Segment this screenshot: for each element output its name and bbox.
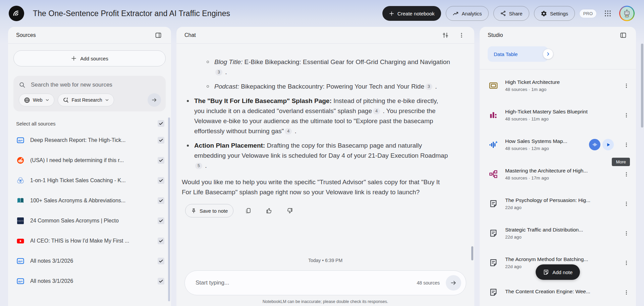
kebab-menu-icon[interactable] [621, 139, 632, 150]
app-header: The One-Sentence Profit Extractor and AI… [0, 0, 644, 27]
source-checkbox[interactable] [158, 217, 164, 224]
citation-chip[interactable]: 3 [215, 69, 222, 75]
bar-chart-icon [488, 111, 498, 119]
notebook-title[interactable]: The One-Sentence Profit Extractor and AI… [33, 9, 230, 18]
send-button[interactable] [446, 275, 461, 291]
fast-research-icon [63, 97, 69, 103]
search-input[interactable] [30, 81, 161, 89]
studio-carousel: Data Table [480, 46, 636, 66]
kebab-menu-icon[interactable] [621, 168, 632, 180]
chat-input[interactable] [195, 279, 417, 287]
thumbs-down-icon[interactable] [284, 205, 296, 217]
arrow-right-icon [151, 97, 157, 103]
data-table-chip[interactable]: Data Table [488, 46, 548, 62]
send-arrow-icon [450, 279, 457, 286]
save-to-note-button[interactable]: Save to note [185, 204, 233, 217]
source-checkbox[interactable] [158, 258, 164, 264]
scrollbar-thumb[interactable] [168, 117, 170, 301]
select-all-checkbox[interactable] [158, 120, 164, 127]
chat-panel: Chat Blog Title: E-Bike Bikepacking: Ess… [176, 27, 474, 306]
kebab-menu-icon[interactable] [621, 198, 632, 209]
source-row[interactable]: m+ All notes 3/1/2026 [8, 251, 171, 271]
gear-icon [541, 10, 547, 17]
notebooklm-doc-icon: m+ [16, 136, 25, 144]
interactive-audio-button[interactable] [589, 139, 600, 150]
source-row[interactable]: (USA) I need help determining if this r.… [8, 150, 171, 170]
chat-bullet: The "Buy It For Life Basecamp" Splash Pa… [186, 96, 450, 136]
kebab-menu-icon[interactable] [621, 257, 632, 268]
scrollbar-thumb[interactable] [471, 246, 473, 260]
analytics-button[interactable]: Analytics [446, 6, 489, 21]
svg-text:PLECTO: PLECTO [17, 220, 23, 222]
web-filter-chip[interactable]: Web [19, 94, 54, 106]
share-button[interactable]: Share [493, 6, 529, 21]
svg-text:m+: m+ [18, 139, 22, 142]
studio-item[interactable]: The Content Creation Engine: Wee... [480, 277, 636, 306]
thumbs-up-icon[interactable] [263, 205, 275, 217]
studio-item[interactable]: The Psychology of Persuasion: Hig... 22d… [480, 189, 636, 218]
kebab-menu-icon[interactable] [621, 227, 632, 239]
plus-icon [71, 55, 77, 61]
web-search-card: Web Fast Research [13, 76, 166, 111]
share-icon [500, 10, 506, 16]
submit-search-button[interactable] [148, 93, 161, 107]
source-row[interactable]: 100+ Sales Acronyms & Abbreviations... [8, 191, 171, 211]
reddit-icon [16, 156, 25, 164]
citation-chip[interactable]: 4 [373, 108, 380, 114]
studio-item[interactable]: High-Ticket Mastery Sales Blueprint 48 s… [480, 100, 636, 130]
citation-chip[interactable]: 4 [285, 128, 292, 135]
studio-item[interactable]: How Sales Systems Map... 48 sources · 12… [480, 130, 636, 159]
source-checkbox[interactable] [158, 278, 164, 285]
apps-grid-icon[interactable] [601, 7, 614, 20]
settings-button[interactable]: Settings [534, 6, 575, 21]
source-row[interactable]: m+ All notes 3/1/2026 [8, 271, 171, 291]
source-checkbox[interactable] [158, 137, 164, 144]
source-checkbox[interactable] [158, 177, 164, 184]
sources-panel: Sources Add sources [8, 27, 171, 306]
chat-sub-bullet: Podcast: Bikepacking the Backcountry: Po… [206, 82, 450, 92]
source-checkbox[interactable] [158, 197, 164, 204]
copy-icon[interactable] [242, 205, 254, 217]
fast-research-chip[interactable]: Fast Research [58, 94, 114, 106]
chat-settings-icon[interactable] [439, 29, 451, 41]
source-row[interactable]: 1-on-1 High Ticket Sales Coaching - K... [8, 170, 171, 191]
studio-item[interactable]: High Ticket Architecture 48 sources · 1m… [480, 71, 636, 100]
scrollbar-thumb[interactable] [641, 44, 643, 128]
globe-icon [24, 97, 30, 103]
svg-text:m+: m+ [18, 280, 22, 283]
source-checkbox[interactable] [158, 157, 164, 164]
sources-count: 48 sources [417, 280, 440, 286]
kebab-menu-icon[interactable] [621, 287, 632, 298]
kebab-menu-icon[interactable] [455, 29, 468, 41]
add-sources-button[interactable]: Add sources [13, 50, 166, 66]
studio-item[interactable]: Strategic Traffic and Distribution... 22… [480, 218, 636, 248]
chat-sub-bullet: Blog Title: E-Bike Bikepacking: Essentia… [206, 57, 450, 77]
collapse-panel-icon[interactable] [152, 29, 164, 41]
kebab-menu-icon[interactable] [621, 80, 632, 91]
source-row[interactable]: m+ Deep Research Report: The High-Tick..… [8, 130, 171, 150]
avatar[interactable] [619, 6, 635, 21]
create-notebook-button[interactable]: Create notebook [382, 6, 441, 21]
plecto-icon: PLECTO [16, 217, 25, 225]
expand-panel-icon[interactable] [617, 29, 629, 41]
pin-icon [191, 208, 197, 214]
chevron-down-icon [45, 98, 49, 102]
source-row[interactable]: AI CEO: THIS is How I'd Make My First ..… [8, 231, 171, 251]
studio-panel: Studio Data Table High Ticket [480, 27, 636, 306]
chat-timestamp: Today • 6:39 PM [184, 258, 466, 263]
play-button[interactable] [602, 139, 614, 150]
notebooklm-logo-icon[interactable] [9, 6, 24, 21]
avatar-robot-image [620, 7, 634, 20]
note-icon [488, 258, 498, 267]
book-icon [16, 197, 25, 205]
citation-chip[interactable]: 3 [425, 84, 432, 90]
trending-up-icon [452, 10, 459, 17]
kebab-menu-icon[interactable] [621, 109, 632, 121]
carousel-next-button[interactable] [543, 49, 553, 59]
add-note-button[interactable]: Add note [536, 264, 580, 280]
venn-icon [16, 176, 25, 185]
source-checkbox[interactable] [158, 238, 164, 244]
citation-chip[interactable]: 5 [195, 163, 202, 169]
source-row[interactable]: PLECTO 24 Common Sales Acronyms | Plecto [8, 211, 171, 231]
source-list: m+ Deep Research Report: The High-Tick..… [8, 130, 171, 291]
